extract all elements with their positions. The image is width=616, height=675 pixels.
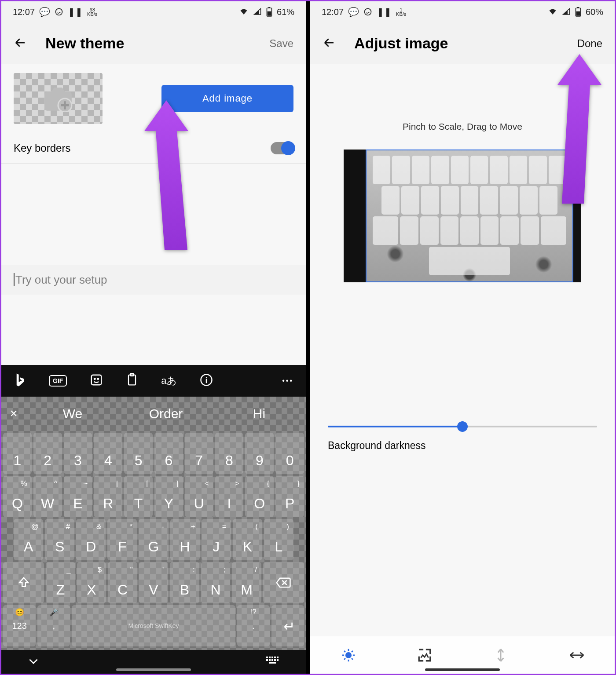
right-screenshot: 12:07 💬 ❚❚ 1 KB/s 60%: [310, 1, 615, 674]
key-7[interactable]: 7: [185, 433, 213, 474]
theme-thumbnail[interactable]: [14, 73, 103, 124]
svg-rect-20: [277, 659, 279, 661]
clipboard-icon[interactable]: [126, 373, 138, 389]
battery-percent: 60%: [586, 7, 603, 17]
key-Q[interactable]: Q%: [3, 476, 32, 517]
battery-icon: [266, 7, 272, 17]
space-key[interactable]: Microsoft SwiftKey: [72, 605, 235, 646]
svg-point-0: [56, 9, 62, 15]
keyboard-switch-icon[interactable]: [266, 656, 279, 668]
key-E[interactable]: E~: [64, 476, 92, 517]
key-G[interactable]: G-: [139, 519, 168, 560]
signal-icon: [562, 8, 571, 16]
whatsapp-icon: [363, 7, 372, 16]
key-R[interactable]: R|: [94, 476, 122, 517]
numbers-key[interactable]: 123😊: [3, 605, 36, 646]
comma-key[interactable]: ,🎤: [37, 605, 70, 646]
suggestion-close-icon[interactable]: ✕: [1, 408, 26, 420]
key-B[interactable]: B:: [170, 562, 199, 603]
save-button[interactable]: Save: [269, 37, 293, 50]
suggestion-2[interactable]: Order: [119, 406, 213, 421]
key-J[interactable]: J=: [202, 519, 231, 560]
key-9[interactable]: 9: [245, 433, 274, 474]
nav-chevron-down-icon[interactable]: [28, 657, 39, 667]
svg-rect-14: [274, 657, 276, 658]
keyboard: GIF aあ ••• ✕ We Order Hi 1234: [1, 365, 306, 674]
nav-pill: [425, 668, 500, 671]
key-borders-row: Key borders: [1, 133, 306, 164]
key-8[interactable]: 8: [215, 433, 244, 474]
app-bar: Adjust image Done: [310, 22, 615, 64]
key-D[interactable]: D&: [76, 519, 106, 560]
key-I[interactable]: I>: [215, 476, 244, 517]
done-button[interactable]: Done: [577, 37, 602, 50]
left-screenshot: 12:07 💬 ❚❚ 63 KB/s: [1, 1, 306, 674]
info-icon[interactable]: [200, 373, 213, 388]
translate-icon[interactable]: aあ: [161, 374, 176, 387]
key-1[interactable]: 1: [3, 433, 32, 474]
status-time: 12:07: [322, 7, 344, 17]
image-preview[interactable]: [344, 150, 581, 282]
suggestion-3[interactable]: Hi: [213, 406, 306, 421]
key-V[interactable]: V': [139, 562, 169, 603]
key-C[interactable]: C": [108, 562, 137, 603]
key-M[interactable]: M/: [232, 562, 261, 603]
sticker-icon[interactable]: [90, 373, 103, 388]
more-icon[interactable]: •••: [282, 377, 293, 385]
svg-rect-16: [266, 659, 268, 661]
pause-icon: ❚❚: [377, 7, 392, 17]
key-N[interactable]: N;: [201, 562, 231, 603]
whatsapp-icon: [55, 7, 63, 16]
tab-brightness[interactable]: [310, 636, 386, 674]
key-6[interactable]: 6: [154, 433, 183, 474]
key-A[interactable]: A@: [14, 519, 43, 560]
signal-icon: [253, 8, 262, 16]
back-icon[interactable]: [323, 36, 336, 51]
try-input[interactable]: Try out your setup: [1, 265, 306, 295]
key-2[interactable]: 2: [33, 433, 62, 474]
key-4[interactable]: 4: [94, 433, 122, 474]
key-F[interactable]: F*: [107, 519, 137, 560]
key-P[interactable]: P}: [275, 476, 304, 517]
svg-rect-24: [577, 7, 579, 8]
darkness-slider[interactable]: [328, 426, 597, 427]
tab-horizontal[interactable]: [539, 636, 615, 674]
period-key[interactable]: .!?: [237, 605, 270, 646]
key-T[interactable]: T[: [124, 476, 153, 517]
key-5[interactable]: 5: [124, 433, 153, 474]
key-S[interactable]: S#: [45, 519, 74, 560]
chat-icon: 💬: [39, 7, 50, 17]
svg-point-7: [98, 378, 99, 379]
key-3[interactable]: 3: [64, 433, 92, 474]
wifi-icon: [548, 8, 557, 16]
svg-rect-19: [274, 659, 276, 661]
svg-rect-17: [269, 659, 271, 661]
network-rate: 1 KB/s: [396, 7, 406, 16]
key-O[interactable]: O{: [245, 476, 274, 517]
shift-key[interactable]: [3, 562, 44, 603]
key-0[interactable]: 0: [275, 433, 304, 474]
camera-plus-icon: [14, 73, 103, 124]
pause-icon: ❚❚: [68, 7, 83, 17]
key-Z[interactable]: Z_: [46, 562, 75, 603]
gif-icon[interactable]: GIF: [49, 375, 67, 387]
wifi-icon: [239, 8, 249, 16]
key-K[interactable]: K(: [233, 519, 262, 560]
svg-rect-25: [576, 11, 580, 16]
key-borders-toggle[interactable]: [271, 142, 293, 154]
key-U[interactable]: U<: [185, 476, 213, 517]
back-icon[interactable]: [14, 36, 27, 51]
bing-icon[interactable]: [14, 372, 26, 389]
status-time: 12:07: [13, 7, 35, 17]
key-borders-label: Key borders: [14, 142, 70, 154]
suggestion-1[interactable]: We: [26, 406, 119, 421]
app-bar: New theme Save: [1, 22, 306, 64]
key-X[interactable]: X$: [77, 562, 106, 603]
key-W[interactable]: W^: [33, 476, 62, 517]
key-Y[interactable]: Y]: [154, 476, 183, 517]
key-L[interactable]: L): [264, 519, 293, 560]
backspace-key[interactable]: [263, 562, 304, 603]
add-image-button[interactable]: Add image: [161, 85, 293, 112]
enter-key[interactable]: [271, 605, 304, 646]
key-H[interactable]: H+: [170, 519, 200, 560]
